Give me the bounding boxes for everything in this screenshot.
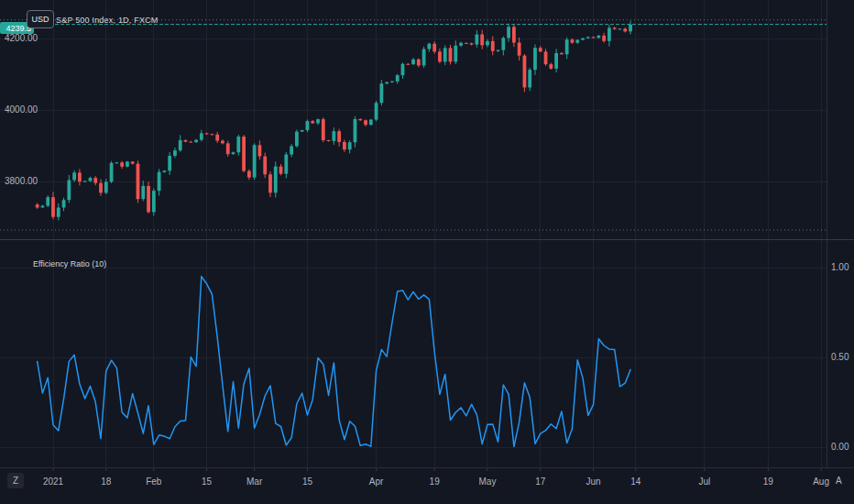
candle-body xyxy=(417,60,421,66)
candle-body xyxy=(390,82,394,82)
time-axis-label: 2021 xyxy=(43,477,63,487)
candle-body xyxy=(327,140,331,141)
candle-body xyxy=(279,167,283,174)
candle-body xyxy=(284,155,288,174)
candle-body xyxy=(253,145,257,177)
candle-body xyxy=(518,43,521,56)
candle-body xyxy=(343,142,346,149)
candle-body xyxy=(332,131,335,141)
pane-separator[interactable] xyxy=(0,239,854,240)
candle-body xyxy=(78,172,82,181)
candle-body xyxy=(497,50,500,51)
candle-body xyxy=(480,35,484,46)
candle-body xyxy=(263,157,267,175)
candle-body xyxy=(507,27,510,38)
candle-body xyxy=(120,162,124,167)
candle-body xyxy=(147,186,150,213)
candle-body xyxy=(613,27,617,28)
candle-body xyxy=(364,120,367,125)
timezone-button[interactable]: Z xyxy=(7,473,24,488)
candle-body xyxy=(205,133,209,134)
er-axis-label: 0.50 xyxy=(831,352,849,363)
candle-body xyxy=(422,49,426,66)
candle-body xyxy=(322,119,325,140)
time-axis-label: 19 xyxy=(763,477,773,487)
candle-body xyxy=(476,35,479,45)
auto-scale-button[interactable]: A xyxy=(836,476,842,486)
candle-body xyxy=(549,64,553,69)
candle-body xyxy=(99,183,103,193)
candle-body xyxy=(454,46,457,62)
candle-body xyxy=(226,143,230,154)
candle-body xyxy=(232,152,235,154)
candle-body xyxy=(51,197,55,217)
candle-body xyxy=(533,48,537,70)
candle-body xyxy=(597,36,600,38)
price-axis-label: 4200.00 xyxy=(5,33,38,44)
candle-body xyxy=(375,103,378,119)
time-axis-label: Jun xyxy=(586,477,600,487)
time-axis-label: Mar xyxy=(246,477,262,487)
candle-body xyxy=(62,200,66,207)
candle-body xyxy=(385,82,389,84)
chart-plot[interactable] xyxy=(0,0,854,504)
candle-body xyxy=(89,178,93,181)
candle-body xyxy=(379,83,383,103)
time-axis-label: Apr xyxy=(369,477,384,487)
candle-body xyxy=(354,119,357,142)
candle-body xyxy=(554,53,558,69)
candle-body xyxy=(115,162,118,163)
candle-body xyxy=(306,121,310,130)
candle-body xyxy=(189,142,192,143)
candle-body xyxy=(565,39,569,54)
candle-body xyxy=(316,119,320,123)
candle-body xyxy=(274,167,278,193)
candle-body xyxy=(173,150,177,156)
candle-body xyxy=(93,178,97,183)
candle-body xyxy=(301,130,304,132)
candle-body xyxy=(104,181,108,192)
candle-body xyxy=(137,164,140,200)
symbol-title: S&P 500 Index, 1D, FXCM xyxy=(56,16,158,25)
candle-body xyxy=(242,137,246,170)
candle-body xyxy=(443,48,447,61)
candle-body xyxy=(179,140,182,150)
er-axis-label: 1.00 xyxy=(831,262,849,273)
candle-body xyxy=(438,51,442,61)
candle-body xyxy=(512,27,516,42)
candle-body xyxy=(619,28,622,29)
time-axis-border xyxy=(0,467,854,468)
candle-body xyxy=(131,161,135,163)
candle-body xyxy=(358,119,362,120)
candle-body xyxy=(41,206,45,208)
candle-body xyxy=(486,41,489,45)
time-axis-label: 19 xyxy=(430,477,440,487)
indicator-label[interactable]: Efficiency Ratio (10) xyxy=(33,259,106,268)
time-axis-label: Feb xyxy=(146,477,161,487)
time-axis-label: 15 xyxy=(302,477,312,487)
time-axis-label: May xyxy=(479,477,497,487)
candle-body xyxy=(236,137,240,152)
candle-body xyxy=(141,186,145,199)
er-axis-label: 0.00 xyxy=(831,442,849,453)
candle-body xyxy=(459,43,463,46)
candle-body xyxy=(126,161,129,166)
candle-body xyxy=(200,133,203,139)
candle-body xyxy=(501,38,505,49)
candle-body xyxy=(427,44,431,49)
candle-body xyxy=(162,170,166,172)
candle-body xyxy=(215,135,219,141)
candle-body xyxy=(184,140,188,142)
candle-body xyxy=(348,142,352,149)
candle-body xyxy=(152,191,156,212)
candle-body xyxy=(67,181,71,201)
candle-body xyxy=(211,134,214,135)
candle-body xyxy=(575,40,579,43)
currency-toggle-button[interactable]: USD xyxy=(27,10,54,28)
candle-body xyxy=(581,38,585,40)
candle-body xyxy=(72,172,76,180)
candle-body xyxy=(110,163,114,182)
candle-body xyxy=(221,141,224,144)
candle-body xyxy=(544,51,548,64)
candle-body xyxy=(602,36,606,41)
